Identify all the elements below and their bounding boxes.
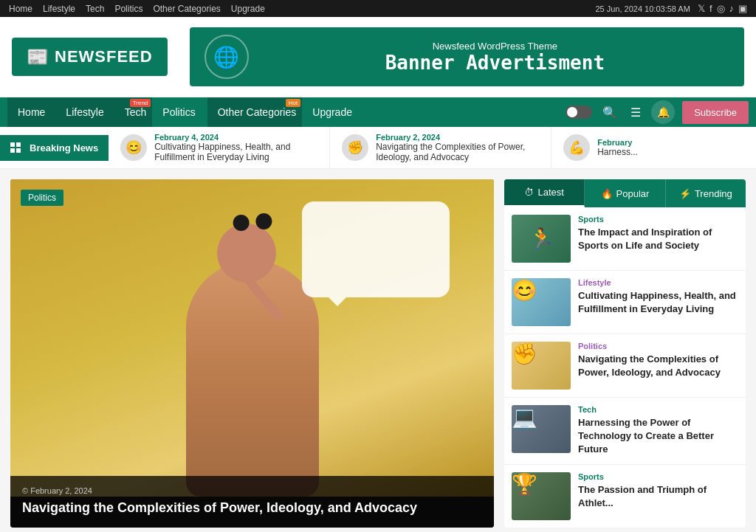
- sidebar-article-content-1: Lifestyle Cultivating Happiness, Health,…: [578, 278, 738, 326]
- category-badge: Politics: [21, 190, 63, 206]
- breaking-bar: Breaking News 😊 February 4, 2024 Cultiva…: [0, 127, 756, 169]
- search-icon[interactable]: 🔍: [599, 103, 620, 122]
- breaking-item-2[interactable]: 💪 February Harness...: [551, 128, 756, 167]
- topnav-upgrade[interactable]: Upgrade: [231, 4, 265, 14]
- mobile-icon[interactable]: ▣: [738, 3, 747, 14]
- sidebar-article-title-1: Cultivating Happiness, Health, and Fulfi…: [578, 289, 738, 316]
- sidebar-thumb-2: [512, 342, 571, 390]
- facebook-icon[interactable]: f: [709, 3, 712, 14]
- sidebar-article-2[interactable]: Politics Navigating the Complexities of …: [504, 334, 746, 398]
- tab-trending[interactable]: ⚡ Trending: [666, 179, 746, 207]
- sidebar-tabs: ⏱ Latest 🔥 Popular ⚡ Trending: [504, 179, 746, 207]
- tab-trending-label: Trending: [695, 188, 732, 199]
- sidebar-thumb-3: [512, 405, 571, 453]
- article-category-4: Sports: [578, 472, 738, 481]
- tiktok-icon[interactable]: ♪: [729, 3, 735, 14]
- sidebar-thumb-4: [512, 472, 571, 520]
- sidebar-article-content-2: Politics Navigating the Complexities of …: [578, 342, 738, 390]
- tab-latest[interactable]: ⏱ Latest: [504, 179, 585, 207]
- content-area: Politics © February 2, 2024 Nav: [0, 169, 756, 532]
- social-icons: 𝕏 f ◎ ♪ ▣: [698, 3, 747, 14]
- breaking-title-1: Navigating the Complexities of Power, Id…: [376, 142, 539, 162]
- article-title: Navigating the Complexities of Power, Id…: [22, 500, 482, 517]
- breaking-date-1: February 2, 2024: [376, 133, 539, 142]
- article-date: © February 2, 2024: [22, 486, 482, 495]
- globe-icon: 🌐: [205, 35, 249, 79]
- breaking-date-0: February 4, 2024: [154, 133, 317, 142]
- breaking-avatar-1: ✊: [342, 134, 368, 161]
- nav-upgrade[interactable]: Upgrade: [302, 97, 362, 127]
- breaking-title-0: Cultivating Happiness, Health, and Fulfi…: [154, 142, 317, 162]
- sidebar-article-4[interactable]: Sports The Passion and Triumph of Athlet…: [504, 465, 746, 528]
- instagram-icon[interactable]: ◎: [717, 3, 725, 14]
- twitter-icon[interactable]: 𝕏: [698, 3, 705, 14]
- article-category-3: Tech: [578, 405, 738, 414]
- article-category-0: Sports: [578, 215, 738, 224]
- tab-popular[interactable]: 🔥 Popular: [585, 179, 665, 207]
- datetime: 25 Jun, 2024 10:03:58 AM: [595, 4, 690, 13]
- tab-popular-label: Popular: [616, 188, 650, 199]
- main-article[interactable]: Politics © February 2, 2024 Nav: [10, 179, 494, 528]
- popular-icon: 🔥: [601, 188, 613, 199]
- sidebar-thumb-1: [512, 278, 571, 326]
- breaking-date-2: February: [597, 138, 638, 147]
- sidebar-article-title-2: Navigating the Complexities of Power, Id…: [578, 353, 738, 379]
- banner-small: Newsfeed WordPress Theme: [261, 41, 729, 52]
- nav-lifestyle[interactable]: Lifestyle: [55, 97, 114, 127]
- sidebar-article-content-0: Sports The Impact and Inspiration of Spo…: [578, 215, 738, 263]
- hot-badge: Hot: [286, 99, 300, 107]
- article-footer: © February 2, 2024 Navigating the Comple…: [10, 476, 494, 527]
- theme-toggle[interactable]: [566, 106, 592, 119]
- sidebar-article-1[interactable]: Lifestyle Cultivating Happiness, Health,…: [504, 271, 746, 334]
- banner-large: Banner Advertisment: [261, 52, 729, 74]
- breaking-content-0: February 4, 2024 Cultivating Happiness, …: [154, 133, 317, 162]
- banner-ad: 🌐 Newsfeed WordPress Theme Banner Advert…: [190, 27, 744, 86]
- header: 📰 NEWSFEED 🌐 Newsfeed WordPress Theme Ba…: [0, 17, 756, 97]
- sidebar-article-title-4: The Passion and Triumph of Athlet...: [578, 483, 738, 510]
- logo-text: NEWSFEED: [55, 47, 153, 66]
- sidebar-article-content-3: Tech Harnessing the Power of Technology …: [578, 405, 738, 457]
- topnav-home[interactable]: Home: [9, 4, 32, 14]
- top-bar-right: 25 Jun, 2024 10:03:58 AM 𝕏 f ◎ ♪ ▣: [595, 3, 747, 14]
- banner-text: Newsfeed WordPress Theme Banner Advertis…: [261, 41, 729, 74]
- breaking-label: Breaking News: [0, 135, 109, 161]
- article-image: Politics: [10, 179, 494, 497]
- logo-icon: 📰: [27, 46, 49, 67]
- topnav-tech[interactable]: Tech: [86, 4, 104, 14]
- breaking-avatar-2: 💪: [563, 134, 590, 161]
- breaking-text: Breaking News: [30, 142, 98, 153]
- latest-icon: ⏱: [524, 187, 534, 198]
- menu-icon[interactable]: ☰: [628, 103, 644, 122]
- sidebar-thumb-0: [512, 215, 571, 263]
- topnav-lifestyle[interactable]: Lifestyle: [43, 4, 75, 14]
- main-nav: Home Lifestyle Tech Trend Politics Other…: [0, 97, 756, 127]
- logo[interactable]: 📰 NEWSFEED: [12, 38, 168, 76]
- sidebar-article-0[interactable]: Sports The Impact and Inspiration of Spo…: [504, 207, 746, 271]
- sidebar-articles: Sports The Impact and Inspiration of Spo…: [504, 207, 746, 528]
- sidebar-article-content-4: Sports The Passion and Triumph of Athlet…: [578, 472, 738, 520]
- grid-icon: [10, 142, 21, 153]
- trend-badge: Trend: [130, 99, 151, 107]
- topnav-other[interactable]: Other Categories: [153, 4, 220, 14]
- subscribe-button[interactable]: Subscribe: [682, 101, 749, 124]
- tab-latest-label: Latest: [537, 187, 563, 198]
- notification-bell[interactable]: 🔔: [651, 100, 675, 124]
- breaking-content-1: February 2, 2024 Navigating the Complexi…: [376, 133, 539, 162]
- sidebar-article-title-0: The Impact and Inspiration of Sports on …: [578, 226, 738, 252]
- nav-home[interactable]: Home: [7, 97, 55, 127]
- nav-right: 🔍 ☰ 🔔 Subscribe: [566, 100, 749, 124]
- top-nav[interactable]: Home Lifestyle Tech Politics Other Categ…: [9, 4, 265, 14]
- topnav-politics[interactable]: Politics: [114, 4, 142, 14]
- article-category-1: Lifestyle: [578, 278, 738, 287]
- sidebar-article-3[interactable]: Tech Harnessing the Power of Technology …: [504, 398, 746, 465]
- article-category-2: Politics: [578, 342, 738, 350]
- top-bar: Home Lifestyle Tech Politics Other Categ…: [0, 0, 756, 17]
- breaking-item-1[interactable]: ✊ February 2, 2024 Navigating the Comple…: [330, 127, 551, 168]
- breaking-item-0[interactable]: 😊 February 4, 2024 Cultivating Happiness…: [109, 127, 330, 168]
- breaking-avatar-0: 😊: [120, 134, 147, 161]
- breaking-items: 😊 February 4, 2024 Cultivating Happiness…: [109, 127, 756, 168]
- nav-politics[interactable]: Politics: [152, 97, 207, 127]
- sidebar-article-title-3: Harnessing the Power of Technology to Cr…: [578, 416, 738, 457]
- trending-icon: ⚡: [679, 188, 691, 199]
- breaking-content-2: February Harness...: [597, 138, 638, 157]
